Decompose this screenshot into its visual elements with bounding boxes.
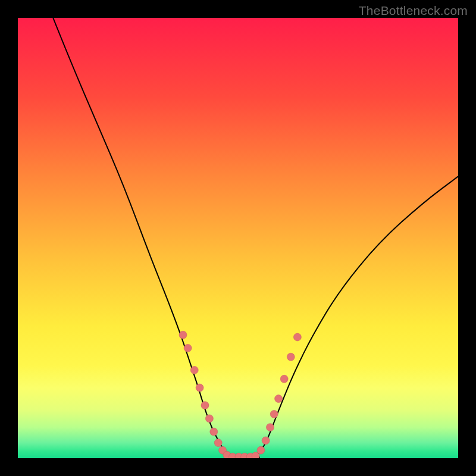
data-point — [293, 333, 301, 341]
data-point — [280, 375, 288, 383]
data-point — [262, 437, 270, 444]
data-point — [210, 428, 218, 436]
data-point — [257, 446, 265, 454]
data-point — [270, 411, 278, 418]
data-point — [196, 384, 203, 392]
data-point — [275, 395, 283, 403]
data-point — [205, 415, 213, 422]
data-point — [267, 424, 274, 431]
data-point — [184, 345, 192, 352]
watermark-text: TheBottleneck.com — [359, 4, 468, 18]
sample-dots — [179, 331, 301, 458]
data-point — [214, 439, 222, 447]
curve-left — [53, 18, 231, 457]
curve-right — [256, 176, 458, 456]
data-point — [179, 331, 187, 339]
data-point — [201, 402, 209, 409]
plot-area — [18, 18, 458, 458]
data-point — [190, 367, 198, 374]
chart-svg — [18, 18, 458, 458]
stage: TheBottleneck.com — [0, 0, 476, 476]
data-point — [287, 353, 295, 361]
